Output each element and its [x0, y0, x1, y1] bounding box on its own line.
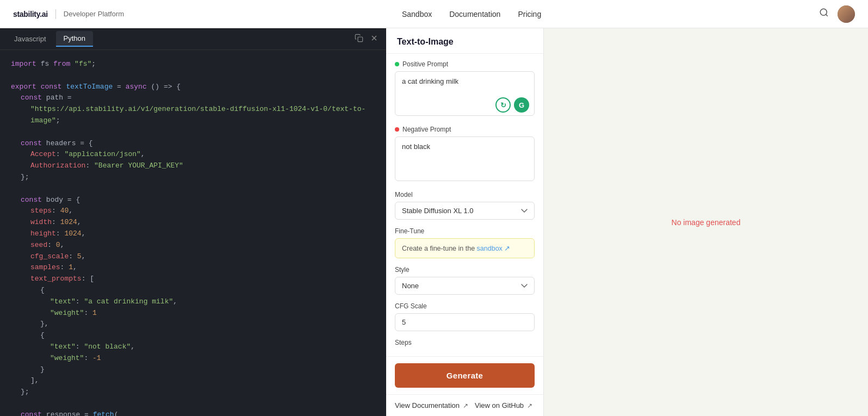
code-tab-actions — [354, 33, 380, 46]
positive-prompt-area: a cat drinking milk ↻ G — [395, 71, 535, 118]
external-link-icon-github: ↗ — [527, 402, 532, 409]
form-footer: Generate — [386, 356, 543, 394]
positive-prompt-icons: ↻ G — [495, 97, 529, 113]
nav-sandbox[interactable]: Sandbox — [402, 10, 432, 18]
fine-tune-label: Fine-Tune — [395, 227, 535, 235]
header-left: stability.ai Developer Platform — [13, 9, 124, 19]
positive-prompt-group: Positive Prompt a cat drinking milk ↻ G — [395, 60, 535, 118]
svg-line-1 — [826, 14, 827, 16]
fine-tune-box: Create a fine-tune in the sandbox ↗ — [395, 238, 535, 258]
form-panel: Text-to-Image Positive Prompt a cat drin… — [386, 28, 544, 416]
code-tabs: Javascript Python — [0, 28, 386, 50]
cfg-scale-label: CFG Scale — [395, 302, 535, 310]
form-body: Positive Prompt a cat drinking milk ↻ G — [386, 54, 543, 356]
style-label: Style — [395, 266, 535, 274]
negative-prompt-label: Negative Prompt — [395, 126, 535, 133]
generate-small-icon[interactable]: G — [514, 97, 529, 113]
fine-tune-group: Fine-Tune Create a fine-tune in the sand… — [395, 227, 535, 258]
steps-label: Steps — [395, 339, 535, 346]
code-body: import fs from "fs"; export const textTo… — [0, 50, 386, 416]
form-links: View Documentation ↗ View on GitHub ↗ — [386, 394, 543, 416]
refresh-icon[interactable]: ↻ — [495, 97, 511, 113]
steps-group: Steps — [395, 339, 535, 346]
header-subtitle: Developer Platform — [64, 10, 124, 18]
generate-button[interactable]: Generate — [395, 363, 535, 388]
negative-prompt-input[interactable]: not black — [395, 136, 535, 181]
header-right — [819, 5, 855, 23]
tab-python[interactable]: Python — [56, 31, 93, 47]
model-group: Model Stable Diffusion XL 1.0 Stable Dif… — [395, 191, 535, 220]
style-select[interactable]: None Enhance Anime Photographic — [395, 277, 535, 295]
search-icon[interactable] — [819, 8, 829, 20]
close-icon[interactable] — [369, 33, 380, 46]
header: stability.ai Developer Platform Sandbox … — [0, 0, 868, 28]
sandbox-link[interactable]: sandbox ↗ — [477, 245, 511, 252]
svg-point-0 — [820, 9, 827, 15]
logo: stability.ai — [13, 10, 48, 18]
cfg-scale-input[interactable] — [395, 313, 535, 331]
negative-prompt-group: Negative Prompt not black — [395, 126, 535, 183]
model-select[interactable]: Stable Diffusion XL 1.0 Stable Diffusion… — [395, 202, 535, 220]
main-content: Javascript Python import fs from "fs"; e… — [0, 28, 868, 416]
form-title: Text-to-Image — [397, 37, 532, 47]
copy-icon[interactable] — [354, 33, 364, 46]
code-panel: Javascript Python import fs from "fs"; e… — [0, 28, 386, 416]
view-github-link[interactable]: View on GitHub ↗ — [475, 401, 532, 409]
svg-rect-2 — [358, 37, 363, 42]
tab-javascript[interactable]: Javascript — [7, 32, 54, 46]
positive-dot — [395, 62, 399, 66]
form-header: Text-to-Image — [386, 28, 543, 54]
no-image-text: No image generated — [672, 218, 741, 227]
negative-dot — [395, 127, 399, 132]
style-group: Style None Enhance Anime Photographic — [395, 266, 535, 295]
nav-documentation[interactable]: Documentation — [449, 10, 500, 18]
external-link-icon-docs: ↗ — [463, 402, 468, 409]
view-docs-link[interactable]: View Documentation ↗ — [395, 401, 468, 409]
header-divider — [55, 9, 56, 19]
positive-prompt-label: Positive Prompt — [395, 60, 535, 68]
nav-pricing[interactable]: Pricing — [518, 10, 541, 18]
model-label: Model — [395, 191, 535, 198]
avatar[interactable] — [838, 5, 855, 23]
cfg-scale-group: CFG Scale — [395, 302, 535, 331]
image-area: No image generated — [544, 28, 868, 416]
right-panel: Text-to-Image Positive Prompt a cat drin… — [386, 28, 868, 416]
header-nav: Sandbox Documentation Pricing — [402, 10, 541, 18]
